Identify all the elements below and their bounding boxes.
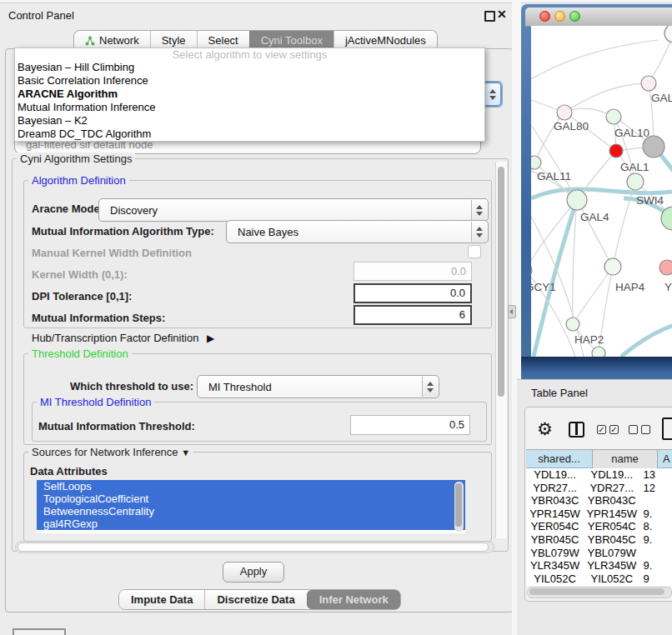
kernel-width-field[interactable]: 0.0 (354, 262, 472, 281)
settings-vertical-scrollbar[interactable] (495, 162, 507, 538)
network-svg: GALGAL80GAL10GAL1GAL11SWI4GAL4GCY1HAP4YH… (531, 26, 672, 357)
float-panel-icon[interactable] (484, 11, 495, 22)
attribute-list-item[interactable]: BetweennessCentrality (37, 505, 465, 518)
combo-stepper[interactable] (471, 222, 487, 242)
attribute-list-item[interactable]: gal4RGexp (37, 518, 465, 530)
table-settings-gear-icon[interactable]: ⚙ (537, 419, 553, 439)
select-all-checks-icon[interactable]: ✓✓ (597, 425, 619, 434)
column-header-clipped[interactable]: A (658, 450, 672, 469)
hub-section-toggle[interactable]: Hub/Transcription Factor Definition ▶ (32, 332, 214, 344)
table-cell: YDR27... (526, 482, 584, 495)
network-node[interactable] (531, 263, 532, 277)
algorithm-option[interactable]: Bayesian – K2 (15, 114, 484, 128)
apply-button[interactable]: Apply (223, 562, 284, 582)
network-node[interactable] (627, 173, 644, 190)
network-node[interactable] (531, 156, 541, 169)
network-window-titlebar[interactable] (525, 8, 672, 27)
table-row[interactable]: YBR045CYBR045C9. (526, 533, 672, 547)
network-edge[interactable] (573, 200, 577, 324)
aracne-mode-combo[interactable]: Discovery (98, 198, 489, 222)
kernel-width-label: Kernel Width (0,1): (32, 268, 128, 281)
manual-kernel-checkbox[interactable] (468, 245, 481, 258)
attribute-list-item[interactable]: SelfLoops (37, 480, 465, 492)
column-header-shared-name[interactable]: shared... (526, 450, 593, 469)
table-horizontal-scrollbar[interactable] (527, 587, 672, 598)
tab-infer-network[interactable]: Infer Network (307, 590, 400, 609)
network-edge[interactable] (564, 83, 649, 112)
network-node[interactable] (557, 105, 572, 120)
algorithm-option[interactable]: Basic Correlation Inference (15, 74, 484, 88)
table-row[interactable]: YDR27...YDR27...12 (526, 482, 672, 495)
network-node[interactable] (567, 190, 587, 210)
network-edge[interactable] (534, 200, 577, 357)
tab-impute-data[interactable]: Impute Data (119, 590, 204, 609)
network-edge[interactable] (531, 200, 577, 270)
sources-legend[interactable]: Sources for Network Inference ▼ (28, 446, 193, 458)
network-edge[interactable] (577, 200, 613, 267)
close-window-icon[interactable] (539, 11, 550, 22)
zoom-window-icon[interactable] (569, 11, 580, 22)
close-panel-icon[interactable]: ✕ (497, 8, 507, 21)
combo-stepper[interactable] (471, 200, 487, 220)
network-edge[interactable] (573, 267, 613, 324)
panel-splitter-handle[interactable] (508, 305, 516, 318)
column-header-name[interactable]: name (593, 450, 658, 469)
table-row[interactable]: YER054CYER054C8. (526, 520, 672, 533)
table-row[interactable]: YDL19...YDL19...13 (526, 468, 672, 482)
algorithm-option[interactable]: Bayesian – Hill Climbing (15, 61, 484, 74)
network-node[interactable] (664, 26, 672, 42)
table-row[interactable]: YIL052CYIL052C9 (526, 572, 672, 586)
combo-stepper[interactable] (422, 377, 438, 397)
network-node[interactable] (659, 260, 672, 275)
scrollbar-thumb[interactable] (455, 483, 462, 527)
network-canvas[interactable]: GALGAL80GAL10GAL1GAL11SWI4GAL4GCY1HAP4YH… (531, 26, 672, 357)
up-arrow-icon (489, 89, 496, 93)
mi-type-combo[interactable]: Naive Bayes (226, 220, 489, 243)
show-columns-icon[interactable] (569, 422, 584, 438)
table-cell: YBR045C (526, 533, 584, 547)
network-edge[interactable] (531, 40, 659, 79)
mi-steps-label: Mutual Information Steps: (32, 312, 165, 324)
network-node[interactable] (606, 109, 621, 124)
node-label: Y (664, 281, 672, 293)
network-edge[interactable] (621, 323, 672, 357)
attribute-list-item[interactable]: TopologicalCoefficient (37, 492, 465, 505)
algorithm-popup-placeholder: Select algorithm to view settings (15, 49, 484, 61)
algorithm-option[interactable]: Dream8 DC_TDC Algorithm (15, 128, 484, 141)
node-label: GAL10 (614, 127, 649, 139)
algorithm-option[interactable]: ARACNE Algorithm (15, 88, 484, 101)
expand-right-icon: ▶ (207, 332, 214, 344)
network-node[interactable] (609, 144, 623, 158)
network-icon (85, 36, 95, 46)
settings-horizontal-scrollbar[interactable] (15, 541, 494, 553)
network-node[interactable] (592, 347, 605, 357)
tab-discretize-data[interactable]: Discretize Data (204, 590, 306, 609)
table-cell: YLR345W (584, 559, 639, 572)
attribute-list-scrollbar[interactable] (454, 482, 464, 532)
scrollbar-thumb[interactable] (529, 588, 664, 595)
table-row[interactable]: YLR345WYLR345W9. (526, 559, 672, 572)
network-edge[interactable] (649, 35, 672, 83)
table-cell: 9 (639, 572, 672, 586)
table-cell: 9. (639, 508, 672, 521)
scrollbar-thumb[interactable] (498, 167, 504, 397)
table-row[interactable]: YBL079WYBL079W (526, 547, 672, 560)
bottom-left-fragment (13, 628, 66, 635)
export-table-icon[interactable] (662, 418, 672, 440)
network-node[interactable] (604, 258, 621, 275)
network-node[interactable] (566, 318, 579, 331)
which-threshold-combo[interactable]: MI Threshold (197, 375, 439, 398)
deselect-all-checks-icon[interactable] (629, 425, 650, 434)
table-row[interactable]: YPR145WYPR145W9. (526, 508, 672, 521)
combo-stepper[interactable] (483, 82, 502, 107)
algorithm-option[interactable]: Mutual Information Inference (15, 101, 484, 114)
table-row[interactable]: YBR043CYBR043C (526, 494, 672, 508)
mi-threshold-field[interactable]: 0.5 (350, 415, 470, 435)
mi-steps-field[interactable]: 6 (354, 305, 472, 325)
data-attributes-list: SelfLoopsTopologicalCoefficientBetweenne… (37, 480, 465, 533)
scrollbar-thumb[interactable] (18, 542, 489, 552)
dpi-tolerance-field[interactable]: 0.0 (354, 283, 472, 303)
network-node[interactable] (641, 76, 656, 91)
table-cell: YIL052C (526, 572, 584, 586)
minimize-window-icon[interactable] (554, 11, 565, 22)
